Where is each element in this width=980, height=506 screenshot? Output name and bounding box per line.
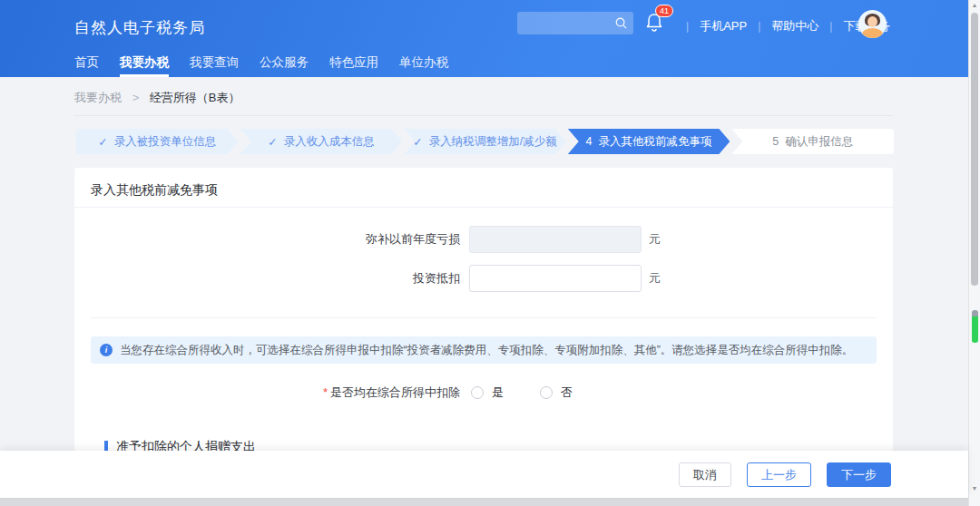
radio-no[interactable] — [540, 386, 553, 399]
next-step-button[interactable]: 下一步 — [827, 462, 891, 487]
prior-year-loss-input — [469, 226, 642, 253]
nav-item-home[interactable]: 首页 — [74, 52, 99, 77]
app-window: 自然人电子税务局 41 | 手机APP | 帮助中心 | 下载服务 — [0, 0, 980, 506]
form-row-investment-deduction: 投资抵扣 元 — [74, 265, 893, 292]
search-input[interactable] — [524, 12, 612, 34]
check-icon: ✓ — [413, 135, 422, 149]
header-pipe: | — [675, 20, 700, 33]
section-divider — [74, 207, 893, 208]
step-number: 4 — [586, 135, 593, 148]
breadcrumb: 我要办税 > 经营所得（B表） — [74, 90, 240, 106]
avatar-face — [867, 16, 877, 27]
investment-deduction-input[interactable] — [469, 265, 642, 292]
scroll-marker-green — [972, 316, 978, 343]
scroll-down-icon[interactable]: ▼ — [969, 485, 980, 491]
main-nav: 首页 我要办税 我要查询 公众服务 特色应用 单位办税 — [74, 52, 448, 77]
search-icon[interactable] — [614, 16, 628, 30]
nav-item-public-service[interactable]: 公众服务 — [260, 52, 309, 77]
radio-question-label: *是否均在综合所得中扣除 — [74, 384, 460, 402]
nav-item-my-query[interactable]: 我要查询 — [190, 52, 239, 77]
header-pipe: | — [747, 20, 771, 33]
radio-question-row: *是否均在综合所得中扣除 是 否 — [74, 384, 893, 402]
step-number: 5 — [772, 135, 779, 148]
required-asterisk: * — [323, 385, 328, 399]
wizard-step-3[interactable]: ✓ 录入纳税调整增加/减少额 — [404, 129, 566, 154]
scroll-up-icon[interactable]: ▲ — [969, 2, 980, 8]
scrollbar-thumb[interactable] — [971, 13, 978, 286]
bottom-edge-strip — [0, 498, 968, 506]
active-tab-underline — [120, 74, 169, 77]
wizard-step-2[interactable]: ✓ 录入收入成本信息 — [240, 129, 403, 154]
scroll-marker-cap — [972, 310, 978, 316]
wizard-step-1[interactable]: ✓ 录入被投资单位信息 — [76, 129, 239, 154]
wizard-step-5[interactable]: 5 确认申报信息 — [731, 129, 894, 154]
cancel-button[interactable]: 取消 — [679, 462, 731, 487]
radio-no-label[interactable]: 否 — [561, 384, 573, 402]
top-header: 自然人电子税务局 41 | 手机APP | 帮助中心 | 下载服务 — [0, 0, 968, 77]
breadcrumb-divider — [74, 115, 893, 116]
form-row-prior-year-loss: 弥补以前年度亏损 元 — [74, 226, 893, 253]
radio-yes[interactable] — [471, 386, 484, 399]
notification-count-badge[interactable]: 41 — [655, 5, 673, 17]
user-avatar[interactable] — [858, 10, 887, 38]
field-label: 弥补以前年度亏损 — [74, 226, 460, 253]
check-icon: ✓ — [98, 135, 107, 149]
info-icon: i — [100, 344, 113, 356]
vertical-scrollbar[interactable]: ▲ ▼ — [968, 0, 980, 506]
unit-label: 元 — [649, 265, 661, 292]
form-divider — [91, 317, 877, 318]
check-icon: ✓ — [268, 135, 277, 149]
step-wizard: ✓ 录入被投资单位信息 ✓ 录入收入成本信息 ✓ 录入纳税调整增加/减少额 4 … — [76, 129, 894, 154]
breadcrumb-parent[interactable]: 我要办税 — [74, 91, 122, 104]
unit-label: 元 — [649, 226, 661, 253]
app-title: 自然人电子税务局 — [74, 17, 205, 38]
info-banner: i 当您存在综合所得收入时，可选择在综合所得申报中扣除“投资者减除费用、专项扣除… — [91, 336, 877, 364]
breadcrumb-current: 经营所得（B表） — [150, 91, 240, 104]
radio-yes-label[interactable]: 是 — [492, 384, 504, 402]
link-help-center[interactable]: 帮助中心 — [771, 18, 818, 34]
section-title: 录入其他税前减免事项 — [91, 182, 218, 199]
nav-item-unit-tax[interactable]: 单位办税 — [399, 52, 448, 77]
link-mobile-app[interactable]: 手机APP — [700, 18, 747, 34]
info-banner-text: 当您存在综合所得收入时，可选择在综合所得申报中扣除“投资者减除费用、专项扣除、专… — [120, 343, 853, 358]
wizard-step-4-current[interactable]: 4 录入其他税前减免事项 — [568, 129, 730, 154]
nav-item-my-tax[interactable]: 我要办税 — [120, 52, 169, 77]
field-label: 投资抵扣 — [74, 265, 460, 292]
form-card: 录入其他税前减免事项 弥补以前年度亏损 元 投资抵扣 元 i 当您存在综合所得收… — [74, 168, 893, 451]
avatar-shirt — [862, 28, 883, 38]
action-footer: 取消 上一步 下一步 — [0, 451, 968, 498]
header-pipe: | — [818, 20, 843, 33]
nav-item-featured-apps[interactable]: 特色应用 — [329, 52, 378, 77]
prev-step-button[interactable]: 上一步 — [747, 462, 811, 487]
radio-group: 是 否 — [471, 384, 573, 402]
breadcrumb-separator: > — [132, 91, 140, 104]
search-box[interactable] — [517, 12, 633, 34]
